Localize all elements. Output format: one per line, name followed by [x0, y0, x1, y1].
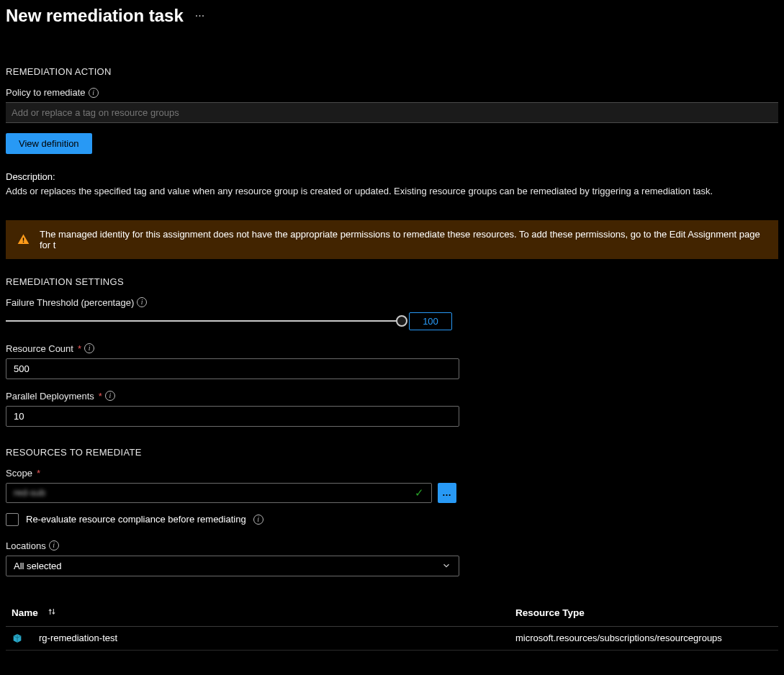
resource-type: microsoft.resources/subscriptions/resour… [515, 633, 722, 643]
warning-icon [17, 233, 30, 245]
sort-icon[interactable] [47, 607, 70, 619]
policy-to-remediate-input[interactable] [6, 102, 778, 123]
scope-label: Scope* [6, 468, 778, 479]
policy-to-remediate-label: Policy to remediate [6, 87, 778, 98]
remediation-settings-section: REMEDIATION SETTINGS Failure Threshold (… [6, 276, 778, 427]
locations-label: Locations [6, 540, 778, 551]
section-heading-settings: REMEDIATION SETTINGS [6, 276, 778, 287]
column-header-type[interactable]: Resource Type [515, 607, 585, 618]
section-heading-action: REMEDIATION ACTION [6, 66, 778, 77]
parallel-deployments-label: Parallel Deployments* [6, 391, 778, 402]
parallel-deployments-input[interactable] [6, 406, 459, 427]
info-icon[interactable] [89, 88, 99, 98]
permissions-warning-banner: The managed identity for this assignment… [6, 220, 778, 259]
chevron-down-icon [441, 561, 451, 571]
info-icon[interactable] [105, 391, 115, 401]
svg-rect-0 [23, 238, 24, 241]
scope-value: red-sub [14, 487, 45, 498]
failure-threshold-slider[interactable] [6, 314, 402, 328]
resources-to-remediate-section: RESOURCES TO REMEDIATE Scope* red-sub ✓ … [6, 447, 778, 651]
more-actions-button[interactable]: ··· [192, 8, 207, 24]
svg-rect-1 [23, 242, 24, 243]
view-definition-button[interactable]: View definition [6, 133, 92, 154]
info-icon[interactable] [84, 343, 94, 353]
locations-value: All selected [14, 561, 61, 571]
scope-input[interactable]: red-sub ✓ [6, 483, 432, 503]
remediation-action-section: REMEDIATION ACTION Policy to remediate V… [6, 66, 778, 199]
page-title: New remediation task [6, 6, 184, 26]
warning-text: The managed identity for this assignment… [40, 229, 767, 250]
resource-group-icon [12, 633, 23, 644]
failure-threshold-label: Failure Threshold (percentage) [6, 297, 778, 308]
resources-table-header: Name Resource Type [6, 599, 778, 627]
description-label: Description: [6, 171, 778, 182]
section-heading-resources: RESOURCES TO REMEDIATE [6, 447, 778, 458]
info-icon[interactable] [49, 540, 59, 551]
column-header-name[interactable]: Name [12, 607, 38, 618]
policy-label-text: Policy to remediate [6, 87, 86, 98]
failure-threshold-value: 100 [409, 312, 452, 330]
reevaluate-label: Re-evaluate resource compliance before r… [26, 514, 246, 525]
resource-count-input[interactable] [6, 358, 459, 379]
description-text: Adds or replaces the specified tag and v… [6, 185, 778, 199]
table-row[interactable]: rg-remediation-test microsoft.resources/… [6, 627, 778, 651]
slider-thumb[interactable] [396, 315, 407, 327]
info-icon[interactable] [253, 515, 263, 525]
info-icon[interactable] [137, 297, 147, 307]
resource-name: rg-remediation-test [39, 633, 117, 643]
locations-select[interactable]: All selected [6, 556, 459, 576]
check-icon: ✓ [415, 486, 424, 499]
resource-count-label: Resource Count* [6, 343, 778, 354]
reevaluate-checkbox[interactable] [6, 513, 19, 526]
scope-browse-button[interactable]: … [438, 483, 456, 503]
